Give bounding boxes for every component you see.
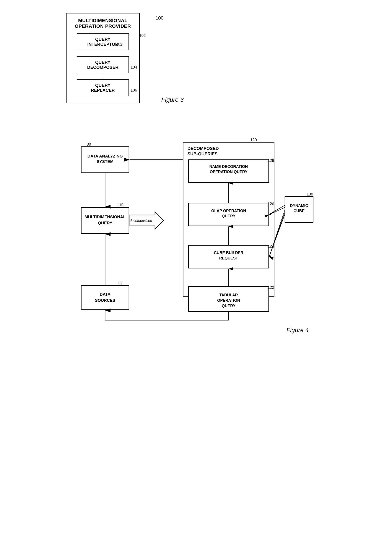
svg-text:SOURCES: SOURCES (95, 298, 115, 303)
svg-text:130: 130 (307, 192, 313, 196)
figure4-area: DATA ANALYZING SYSTEM 30 MULTIDIMENSIONA… (66, 125, 326, 334)
ref-102-label: 102 (116, 42, 122, 47)
connector-v1 (103, 50, 103, 56)
svg-text:SUB-QUERIES: SUB-QUERIES (188, 151, 217, 156)
fig4-caption: Figure 4 (287, 327, 309, 333)
svg-text:SYSTEM: SYSTEM (96, 159, 113, 164)
svg-text:TABULAR: TABULAR (219, 293, 238, 297)
svg-text:REQUEST: REQUEST (219, 256, 238, 260)
svg-text:122: 122 (268, 285, 274, 290)
svg-text:QUERY: QUERY (98, 221, 112, 225)
svg-text:QUERY: QUERY (222, 214, 235, 218)
svg-text:126: 126 (268, 202, 274, 206)
svg-text:110: 110 (117, 203, 123, 207)
svg-text:MULTIDIMENSIONAL: MULTIDIMENSIONAL (84, 215, 126, 219)
fig4-diagram: DATA ANALYZING SYSTEM 30 MULTIDIMENSIONA… (77, 125, 315, 324)
svg-text:OPERATION: OPERATION (217, 298, 240, 303)
svg-text:DATA ANALYZING: DATA ANALYZING (87, 154, 123, 158)
svg-text:120: 120 (250, 138, 257, 142)
fig3-wrapper: MULTIDIMENSIONALOPERATION PROVIDER QUERY… (66, 13, 184, 103)
query-interceptor-box: QUERYINTERCEPTOR (77, 33, 129, 50)
page-container: MULTIDIMENSIONALOPERATION PROVIDER QUERY… (66, 13, 326, 334)
svg-text:30: 30 (86, 142, 91, 146)
fig3-outer-title: MULTIDIMENSIONALOPERATION PROVIDER (75, 18, 131, 29)
query-replacer-box: QUERYREPLACER (77, 79, 129, 96)
svg-text:QUERY: QUERY (222, 304, 235, 308)
svg-text:DYNAMIC: DYNAMIC (290, 203, 308, 208)
svg-text:128: 128 (268, 158, 274, 163)
ref-104-label: 104 (130, 65, 137, 70)
svg-text:CUBE BUILDER: CUBE BUILDER (214, 251, 243, 255)
svg-text:NAME DECORATION: NAME DECORATION (209, 165, 248, 169)
svg-text:DECOMPOSED: DECOMPOSED (188, 146, 219, 151)
svg-text:OLAP OPERATION: OLAP OPERATION (211, 209, 246, 213)
svg-rect-9 (81, 286, 129, 309)
fig3-outer-box: MULTIDIMENSIONALOPERATION PROVIDER QUERY… (66, 13, 140, 103)
ref-100: 100 (156, 15, 164, 21)
ref-106-label: 106 (130, 88, 137, 93)
figure3-area: MULTIDIMENSIONALOPERATION PROVIDER QUERY… (66, 13, 326, 103)
fig3-caption: Figure 3 (161, 96, 184, 103)
connector-v2 (103, 73, 103, 79)
query-decomposer-box: QUERYDECOMPOSER (77, 56, 129, 73)
svg-rect-5 (81, 207, 129, 233)
svg-text:DATA: DATA (100, 292, 111, 296)
svg-text:CUBE: CUBE (294, 209, 304, 213)
svg-text:decomposition: decomposition (130, 219, 152, 223)
svg-text:OPERATION QUERY: OPERATION QUERY (210, 170, 247, 174)
ref-102: 102 (139, 33, 146, 38)
svg-text:32: 32 (118, 281, 122, 285)
